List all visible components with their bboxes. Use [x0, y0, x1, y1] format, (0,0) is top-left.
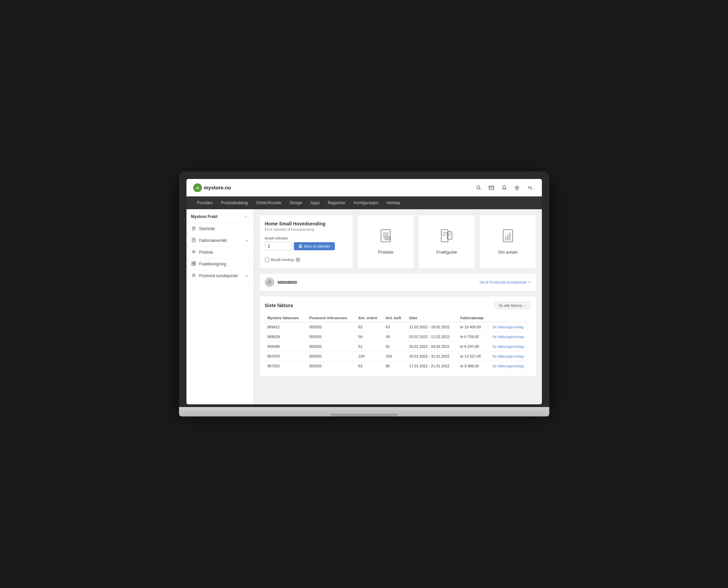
sidebar-item-postnord[interactable]: Postnord kundeportal ▼ [186, 270, 254, 282]
mail-button[interactable] [487, 184, 496, 192]
header-icons: Hj... [474, 184, 535, 192]
sidebar-item-prisliste[interactable]: Prisliste [186, 247, 254, 258]
nav-apps[interactable]: Apps [306, 196, 323, 209]
nav-ordrer-kunder[interactable]: Ordrer/Kunder [252, 196, 286, 209]
account-section: 99009900 Gå til Postnords kundeportal ↗ [259, 273, 537, 291]
pickup-label: Bestill henting [271, 258, 294, 262]
cell-dato: 11.02.2022 - 18.02.2022 [407, 322, 458, 332]
cell-fakturanr: 909412 [265, 322, 307, 332]
sidebar-header: Mystore Frakt ← [186, 209, 254, 223]
invoice-title: Siste faktura [265, 303, 293, 308]
pickup-checkbox-row: Bestill henting i [265, 257, 301, 262]
nav-design[interactable]: Design [286, 196, 306, 209]
screen: M mystore.no [186, 179, 542, 404]
see-all-button[interactable]: Se alle faktura → [495, 302, 530, 309]
pickup-checkbox[interactable] [265, 258, 269, 262]
din-avtale-card[interactable]: Din avtale [479, 215, 536, 269]
cell-dato: 03.02.2022 - 11.02.2022 [407, 332, 458, 342]
print-btn-label: Skriv ut etiketter [304, 244, 330, 248]
faktura-icon [191, 238, 197, 243]
table-row: 909028 055555 56 59 03.02.2022 - 11.02.2… [265, 332, 531, 342]
nav-rapporter[interactable]: Rapporter [324, 196, 350, 209]
cell-link[interactable]: Se fakturagrunnlag [490, 342, 531, 352]
svg-text:M: M [196, 186, 199, 190]
nav-forsiden[interactable]: Forsiden [193, 196, 217, 209]
postnord-portal-link[interactable]: Gå til Postnords kundeportal ↗ [480, 280, 531, 285]
app-header: M mystore.no [186, 179, 542, 196]
svg-rect-19 [299, 246, 301, 248]
fraktguide-card[interactable]: Fraktguide [418, 215, 475, 269]
svg-rect-14 [192, 262, 194, 264]
print-button[interactable]: Skriv ut etiketter [294, 242, 335, 250]
prisliste-icon [191, 250, 197, 255]
prisliste-card-icon [378, 228, 393, 246]
cell-ant-kolli: 63 [383, 322, 407, 332]
home-icon [191, 226, 197, 231]
invoice-link[interactable]: Se fakturagrunnlag [492, 354, 524, 358]
cell-dato: 17.01.2022 - 21.01.2022 [407, 361, 458, 371]
invoice-link[interactable]: Se fakturagrunnlag [492, 344, 524, 349]
cell-belop: kr 6 297,00 [458, 342, 490, 352]
home-button[interactable] [513, 184, 521, 192]
sidebar-label-fakturaøversikt: Fakturaøversikt [199, 238, 243, 243]
sidebar-item-fakturaøversikt[interactable]: Fakturaøversikt ▼ [186, 235, 254, 247]
svg-point-2 [477, 186, 480, 189]
nav-konfigurasjon[interactable]: Konfigurasjon [350, 196, 382, 209]
invoice-link[interactable]: Se fakturagrunnlag [492, 364, 524, 368]
nav-produktkatalog[interactable]: Produktkatalog [217, 196, 252, 209]
cell-link[interactable]: Se fakturagrunnlag [490, 352, 531, 361]
laptop-base [179, 407, 549, 417]
invoice-section: Siste faktura Se alle faktura → Mystore … [259, 296, 537, 377]
table-row: 907978 055555 104 104 20.01.2022 - 31.01… [265, 352, 531, 361]
external-link-icon: ↗ [528, 280, 531, 285]
cell-fakturanr: 907978 [265, 352, 307, 361]
cell-dato: 20.01.2022 - 31.01.2022 [407, 352, 458, 361]
cell-ant-ordrer: 63 [356, 361, 383, 371]
sidebar-title: Mystore Frakt [191, 214, 218, 219]
cell-belop: kr 13 527,00 [458, 352, 490, 361]
prisliste-card-label: Prisliste [378, 250, 393, 255]
svg-rect-15 [194, 262, 196, 264]
sidebar-back-button[interactable]: ← [244, 214, 249, 219]
label-count-label: Antall etiketter [265, 236, 335, 240]
col-ant-kolli: Ant. kolli [383, 314, 407, 322]
svg-rect-16 [192, 264, 194, 266]
cell-link[interactable]: Se fakturagrunnlag [490, 361, 531, 371]
portal-link-text: Gå til Postnords kundeportal [480, 280, 526, 284]
cell-link[interactable]: Se fakturagrunnlag [490, 322, 531, 332]
invoice-link[interactable]: Se fakturagrunnlag [492, 335, 524, 339]
col-action [490, 314, 531, 322]
notification-button[interactable] [500, 184, 508, 192]
col-dato: Dato [407, 314, 458, 322]
invoice-link[interactable]: Se fakturagrunnlag [492, 325, 524, 329]
table-row: 907202 055555 63 66 17.01.2022 - 21.01.2… [265, 361, 531, 371]
main-content: Home Small Hovedsending Print etiketter … [254, 209, 542, 404]
cell-fakturanr: 907202 [265, 361, 307, 371]
cell-ant-ordrer: 56 [356, 332, 383, 342]
svg-rect-8 [192, 238, 195, 242]
prisliste-card[interactable]: Prisliste [358, 215, 414, 269]
search-button[interactable] [474, 184, 483, 192]
col-postnord-ref: Postnord referansenr. [307, 314, 356, 322]
chevron-down-icon-2: ▼ [245, 274, 249, 278]
cell-ant-ordrer: 51 [356, 342, 383, 352]
col-belop: Fakturabeløp [458, 314, 490, 322]
col-ant-ordrer: Ant. ordrer [356, 314, 383, 322]
label-count-input[interactable] [265, 242, 292, 251]
nav-verktoy[interactable]: Verktøy [382, 196, 404, 209]
cell-fakturanr: 909028 [265, 332, 307, 342]
label-count-section: Antall etiketter [265, 236, 335, 254]
info-icon[interactable]: i [296, 257, 300, 262]
sidebar-item-startside[interactable]: Startside [186, 223, 254, 235]
app-nav: Forsiden Produktkatalog Ordrer/Kunder De… [186, 196, 542, 209]
sidebar-item-fraktberegning[interactable]: Fraktberegning [186, 258, 254, 270]
svg-rect-6 [516, 188, 518, 190]
cell-link[interactable]: Se fakturagrunnlag [490, 332, 531, 342]
see-all-label: Se alle faktura → [499, 303, 527, 308]
laptop-frame: M mystore.no [179, 171, 549, 417]
cell-ant-kolli: 51 [383, 342, 407, 352]
cell-belop: kr 6 759,00 [458, 332, 490, 342]
hero-card-subtitle: Print etiketter til hovedsending [265, 227, 315, 231]
invoice-table-header-row: Mystore fakturanr. Postnord referansenr.… [265, 314, 531, 322]
cell-belop: kr 9 368,00 [458, 361, 490, 371]
